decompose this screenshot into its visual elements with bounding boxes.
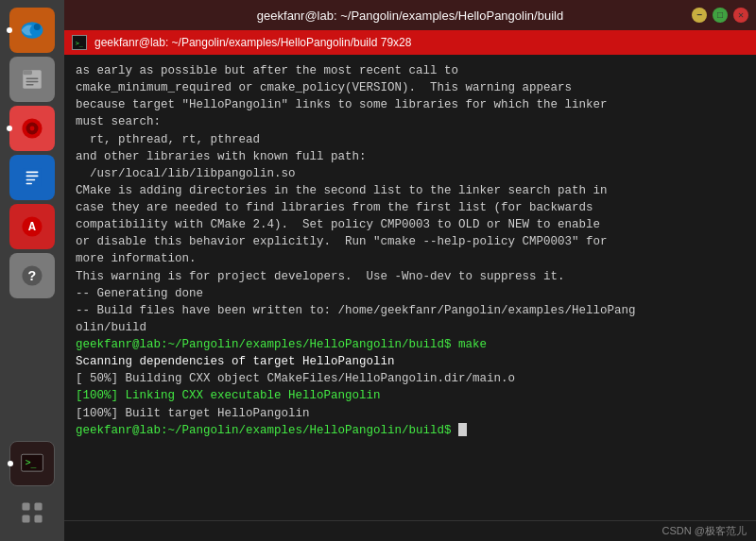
svg-rect-11 <box>26 172 39 174</box>
svg-rect-24 <box>34 515 42 522</box>
svg-rect-14 <box>26 183 33 185</box>
terminal-line: /usr/local/lib/libpangolin.so <box>76 165 745 182</box>
terminal-line: case they are needed to find libraries f… <box>76 199 745 216</box>
sidebar: A ? >_ <box>0 0 64 541</box>
terminal-line: This warning is for project developers. … <box>76 268 745 285</box>
files-icon <box>20 67 44 92</box>
svg-rect-22 <box>34 502 42 510</box>
svg-rect-13 <box>26 179 36 181</box>
svg-rect-12 <box>26 176 39 178</box>
window-controls: − □ ✕ <box>692 8 748 23</box>
terminal-line: CMake is adding directories in the secon… <box>76 182 745 199</box>
audio-icon <box>20 116 44 141</box>
svg-text:A: A <box>28 220 36 234</box>
terminal-line: geekfanr@lab:~/Pangolin/examples/HelloPa… <box>76 422 745 439</box>
svg-text:>_: >_ <box>76 40 84 47</box>
maximize-button[interactable]: □ <box>713 8 728 23</box>
terminal-icon: >_ <box>20 451 44 476</box>
svg-rect-23 <box>22 515 29 522</box>
terminal-line: -- Generating done <box>76 285 745 302</box>
terminal-line: must search: <box>76 113 745 130</box>
tab-terminal-icon: >_ <box>72 35 87 50</box>
terminal-line: cmake_minimum_required or cmake_policy(V… <box>76 79 745 96</box>
terminal-lines: as early as possible but after the most … <box>76 62 745 439</box>
tab-title[interactable]: geekfanr@lab: ~/Pangolin/examples/HelloP… <box>94 36 411 49</box>
grid-icon <box>20 500 44 525</box>
active-dot-terminal <box>8 461 13 466</box>
sidebar-icon-libreoffice[interactable] <box>9 155 55 200</box>
active-dot <box>7 27 12 33</box>
terminal-line: geekfanr@lab:~/Pangolin/examples/HelloPa… <box>76 336 745 353</box>
tab-bar: >_ geekfanr@lab: ~/Pangolin/examples/Hel… <box>64 30 756 55</box>
svg-rect-10 <box>23 168 42 187</box>
terminal-line: olin/build <box>76 319 745 336</box>
thunderbird-icon <box>19 17 45 43</box>
svg-text:?: ? <box>28 269 37 284</box>
terminal-line: [100%] Built target HelloPangolin <box>76 405 745 422</box>
svg-rect-6 <box>26 84 34 86</box>
terminal-content[interactable]: as early as possible but after the most … <box>64 55 756 520</box>
terminal-line: Scanning dependencies of target HelloPan… <box>76 353 745 370</box>
sidebar-icon-audio[interactable] <box>9 106 55 151</box>
terminal-line: compatibility with CMake 2.4). Set polic… <box>76 216 745 233</box>
terminal-line: rt, pthread, rt, pthread <box>76 131 745 148</box>
svg-point-1 <box>34 24 41 30</box>
terminal-line: -- Build files have been written to: /ho… <box>76 302 745 319</box>
terminal-line: and other libraries with known full path… <box>76 148 745 165</box>
active-dot-audio <box>7 126 12 131</box>
sidebar-icon-terminal[interactable]: >_ <box>9 441 55 486</box>
sidebar-icon-help[interactable]: ? <box>9 253 55 298</box>
sidebar-icon-files[interactable] <box>9 57 55 102</box>
terminal-line: [ 50%] Building CXX object CMakeFiles/He… <box>76 370 745 387</box>
terminal-line: more information. <box>76 250 745 267</box>
terminal-line: as early as possible but after the most … <box>76 62 745 79</box>
libreoffice-icon <box>20 165 44 190</box>
minimize-button[interactable]: − <box>692 8 707 23</box>
close-button[interactable]: ✕ <box>733 8 748 23</box>
sidebar-icon-appstore[interactable]: A <box>9 204 55 249</box>
svg-rect-5 <box>26 81 39 83</box>
bottom-label: CSDN @极客范儿 <box>662 524 747 538</box>
window-title: geekfanr@lab: ~/Pangolin/examples/HelloP… <box>257 8 563 23</box>
sidebar-icon-grid[interactable] <box>9 490 55 535</box>
sidebar-icon-thunderbird[interactable] <box>9 8 55 53</box>
tab-icon-svg: >_ <box>74 37 85 48</box>
appstore-icon: A <box>20 214 44 239</box>
cursor <box>458 423 467 436</box>
terminal-line: because target "HelloPangolin" links to … <box>76 96 745 113</box>
svg-text:>_: >_ <box>26 457 37 468</box>
svg-rect-21 <box>22 502 29 510</box>
help-icon: ? <box>20 263 44 288</box>
bottom-bar: CSDN @极客范儿 <box>64 520 756 541</box>
svg-rect-3 <box>23 70 32 75</box>
main-window: geekfanr@lab: ~/Pangolin/examples/HelloP… <box>64 0 756 541</box>
terminal-line: or disable this behavior explicitly. Run… <box>76 233 745 250</box>
svg-point-9 <box>30 127 35 131</box>
terminal-line: [100%] Linking CXX executable HelloPango… <box>76 387 745 404</box>
svg-rect-4 <box>26 77 39 79</box>
title-bar: geekfanr@lab: ~/Pangolin/examples/HelloP… <box>64 0 756 30</box>
